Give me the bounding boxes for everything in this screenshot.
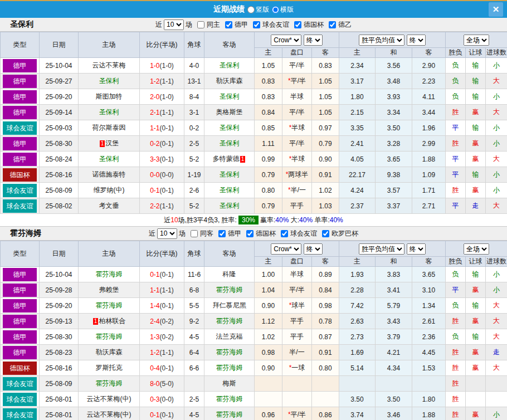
home-team-cell: 霍芬海姆 (79, 329, 140, 345)
home-team-cell: 1柏林联合 (79, 314, 140, 329)
sub-handicap: 盘口 (282, 257, 312, 267)
away-team-cell: 勒沃库森 (204, 74, 255, 89)
odds-away-cell: 0.78 (312, 314, 339, 329)
league-badge: 德甲 (3, 299, 37, 312)
odds-home-cell: 0.85 (255, 120, 282, 136)
home-team-cell: 诺德施泰特 (79, 167, 140, 183)
avg-group-header: 胜平负均值 终 (339, 32, 446, 48)
avg-home-cell: 1.93 (339, 267, 376, 282)
home-team-cell: 霍芬海姆 (79, 376, 140, 392)
away-team-cell: 圣保利 (204, 58, 255, 74)
match-row: 德甲25-10-04云达不莱梅1-0(1-0)4-0圣保利1.05平/半0.83… (1, 58, 507, 74)
odds-final-select[interactable]: 终 (304, 243, 323, 255)
league-label: 球会友谊 (290, 229, 317, 238)
match-row: 德甲25-09-28弗赖堡1-1(1-1)6-8霍芬海姆1.04平/半0.842… (1, 282, 507, 298)
scope-select[interactable]: 全场 (464, 243, 489, 255)
result-wdl-cell: 胜 (446, 136, 466, 152)
col-corner: 角球 (184, 241, 204, 267)
league-badge: 德甲 (3, 330, 37, 344)
league-checkbox[interactable] (225, 21, 232, 28)
avg-draw-cell: 3.50 (376, 120, 412, 136)
league-checkbox[interactable] (294, 21, 301, 28)
avg-away-cell: 2.71 (412, 198, 446, 214)
match-row: 德甲25-09-14圣保利2-1(1-1)3-1奥格斯堡0.84平/半1.052… (1, 105, 507, 120)
avg-draw-cell: 3.48 (376, 74, 412, 89)
corner-cell: 4-5 (184, 407, 204, 420)
league-cell: 球会友谊 (1, 183, 40, 198)
sub-odds-away: 客 (312, 257, 339, 267)
result-wdl-cell: 胜 (446, 345, 466, 360)
league-cell: 德甲 (1, 74, 40, 89)
odds-source-select[interactable]: Crow* (271, 243, 301, 255)
avg-home-cell: 2.15 (339, 105, 376, 120)
close-button[interactable]: ✕ (489, 2, 503, 17)
league-checkbox[interactable] (322, 230, 329, 237)
handicap-cell: 平手 (282, 329, 312, 345)
avg-away-cell: 3.10 (412, 282, 446, 298)
league-cell: 德甲 (1, 152, 40, 167)
league-cell: 德甲 (1, 58, 40, 74)
rank-badge: 1 (93, 318, 99, 325)
result-goals-cell: 大 (486, 74, 507, 89)
league-checkbox[interactable] (281, 230, 288, 237)
odds-home-cell: 0.79 (255, 198, 282, 214)
handicap-cell: *一球 (282, 360, 312, 376)
layout-vertical-radio[interactable] (247, 6, 255, 13)
col-score: 比分(半场) (140, 32, 184, 58)
date-cell: 25-09-20 (40, 89, 79, 105)
avg-home-cell: 2.28 (339, 282, 376, 298)
layout-horizontal-radio[interactable] (272, 6, 279, 13)
avg-home-cell: 4.05 (339, 152, 376, 167)
league-checkbox[interactable] (253, 21, 260, 28)
league-badge: 德甲 (3, 153, 37, 166)
avg-draw-cell: 3.57 (376, 183, 412, 198)
same-venue-checkbox[interactable] (191, 230, 198, 237)
league-cell: 球会友谊 (1, 120, 40, 136)
result-handicap-cell: 赢 (466, 183, 486, 198)
sub-avg-draw: 和 (376, 257, 412, 267)
sub-avg-home: 主 (339, 257, 376, 267)
date-cell: 25-08-01 (40, 392, 79, 407)
same-venue-label: 同主 (207, 20, 220, 30)
same-venue-checkbox[interactable] (197, 21, 204, 28)
layout-horizontal-option[interactable]: 横版 (272, 5, 294, 14)
avg-final-select[interactable]: 终 (407, 243, 426, 255)
league-checkbox[interactable] (218, 230, 226, 237)
score-cell: 0-2(0-1) (140, 136, 184, 152)
recent-count-select[interactable]: 10 (157, 228, 177, 239)
result-handicap-cell: 赢 (466, 407, 486, 420)
away-team-cell: 霍芬海姆 (204, 314, 255, 329)
corner-cell: 0-2 (184, 120, 204, 136)
league-cell: 德甲 (1, 298, 40, 314)
league-checkbox[interactable] (246, 230, 254, 237)
home-team-cell: 罗斯托克 (79, 360, 140, 376)
result-handicap-cell: 输 (466, 167, 486, 183)
date-cell: 25-08-23 (40, 345, 79, 360)
away-team-cell: 圣保利 (204, 167, 255, 183)
odds-final-select[interactable]: 终 (304, 35, 323, 46)
avg-away-cell: 1.09 (412, 167, 446, 183)
scope-group-header: 全场 (446, 32, 507, 48)
home-team-cell: 1汉堡 (79, 136, 140, 152)
handicap-cell: 平手 (282, 314, 312, 329)
avg-select[interactable]: 胜平负均值 (359, 243, 404, 255)
odds-away-cell: 1.05 (312, 105, 339, 120)
league-cell: 德甲 (1, 314, 40, 329)
score-cell: 0-4(0-1) (140, 360, 184, 376)
league-cell: 德甲 (1, 267, 40, 282)
sub-result-goals: 进球数 (486, 48, 507, 58)
handicap-cell (282, 376, 312, 392)
odds-source-select[interactable]: Crow* (271, 35, 301, 46)
corner-cell: 5-2 (184, 152, 204, 167)
away-team-cell: 霍芬海姆 (204, 345, 255, 360)
league-cell: 德甲 (1, 329, 40, 345)
result-wdl-cell: 负 (446, 298, 466, 314)
result-handicap-cell: 输 (466, 329, 486, 345)
avg-select[interactable]: 胜平负均值 (359, 35, 404, 46)
avg-final-select[interactable]: 终 (407, 35, 426, 46)
recent-count-select[interactable]: 10 (164, 19, 184, 30)
scope-select[interactable]: 全场 (464, 35, 489, 46)
result-goals-cell: 小 (486, 183, 507, 198)
league-checkbox[interactable] (329, 21, 336, 28)
layout-vertical-option[interactable]: 竖版 (247, 5, 269, 14)
